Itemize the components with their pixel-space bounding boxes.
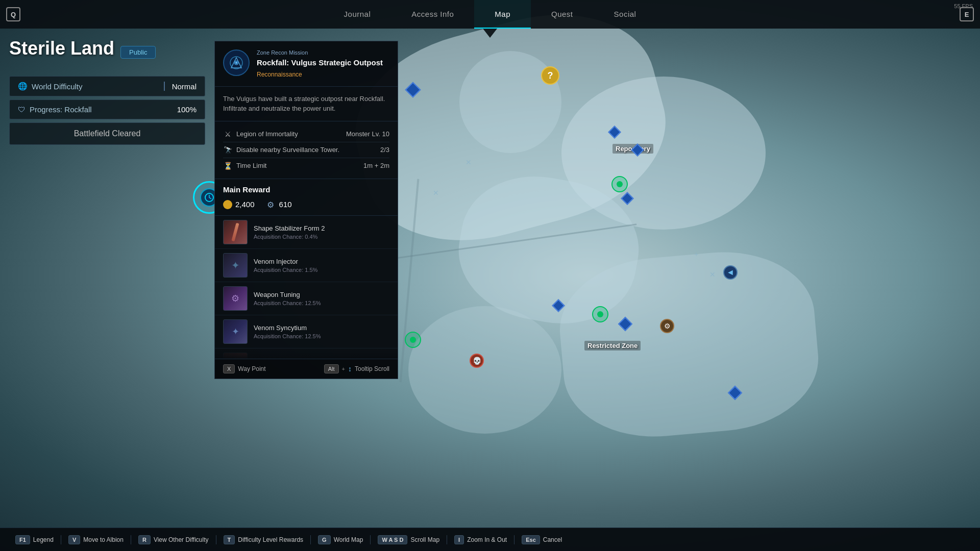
map-marker-diamond-1[interactable] [407,84,419,95]
world-difficulty-label: 🌐 World Difficulty [18,82,82,91]
albion-key[interactable]: V [68,535,80,544]
progress-icon: 🛡 [18,105,26,114]
objective-row: 🔭 Disable nearby Surveillance Tower. 2/3 [223,142,389,158]
public-badge: Public [120,46,156,59]
bottom-action-worldmap: G World Map [311,535,371,544]
scroll-map-key[interactable]: W A S D [378,535,407,544]
timer-icon: ⏳ [223,161,232,170]
map-marker-diamond-7[interactable] [730,388,740,398]
mission-icon [223,49,250,76]
mission-header: Zone Recon Mission Rockfall: Vulgus Stra… [215,41,398,87]
time-limit-label: ⏳ Time Limit [223,161,266,170]
mission-panel: Zone Recon Mission Rockfall: Vulgus Stra… [214,41,398,379]
time-limit-value: 1m + 2m [363,162,389,169]
nav-item-social[interactable]: Social [594,0,657,29]
bottom-action-cancel: Esc Cancel [514,535,569,544]
waypoint-action: X Way Point [223,364,266,373]
map-marker-gear[interactable]: ⚙ [660,319,674,333]
reward-item-1-thumb [223,220,248,244]
reward-item-5-thumb [223,353,248,359]
bottom-action-albion: V Move to Albion [61,535,131,544]
reward-item-2-chance: Acquisition Chance: 1.5% [254,267,389,273]
map-marker-green-2[interactable] [592,306,608,322]
reward-items-list: Shape Stabilizer Form 2 Acquisition Chan… [215,216,398,359]
world-icon: 🌐 [18,82,28,91]
zoom-key[interactable]: I [454,535,464,544]
svg-point-4 [235,62,237,64]
reward-item-3-name: Weapon Tuning [254,291,389,298]
objective-label: 🔭 Disable nearby Surveillance Tower. [223,145,339,155]
cleared-row: Battlefield Cleared [9,122,205,145]
gear-icon: ⚙ [267,200,276,209]
objective-icon: 🔭 [223,145,232,155]
nav-item-map[interactable]: Map [474,0,531,29]
map-marker-question[interactable]: ? [541,66,559,85]
reward-item-1-name: Shape Stabilizer Form 2 [254,224,389,232]
map-marker-edge[interactable]: ◄ [723,265,738,280]
bottom-action-difficulty: R View Other Difficulty [131,535,216,544]
difficulty-key[interactable]: R [138,535,151,544]
map-marker-enemy[interactable]: 💀 [470,354,484,368]
mission-name: Rockfall: Vulgus Strategic Outpost [257,58,389,68]
map-cross-4: + [694,250,698,258]
reward-item-3-thumb: ⚙ [223,286,248,311]
left-sidebar: Sterile Land Public 🌐 World Difficulty N… [0,29,214,154]
gear-reward: ⚙ 610 [267,200,292,209]
nav-item-access-info[interactable]: Access Info [391,0,474,29]
scroll-key[interactable]: Alt [324,364,339,373]
reward-item-3-info: Weapon Tuning Acquisition Chance: 12.5% [254,291,389,306]
bottom-bar: F1 Legend V Move to Albion R View Other … [0,528,980,551]
nav-key-e[interactable]: E [960,7,974,21]
reward-item-2-info: Venom Injector Acquisition Chance: 1.5% [254,258,389,273]
reward-item-2-name: Venom Injector [254,258,389,265]
reward-item-4-chance: Acquisition Chance: 12.5% [254,333,389,339]
nav-key-q[interactable]: Q [6,7,20,21]
world-difficulty-row[interactable]: 🌐 World Difficulty Normal [9,76,205,96]
reward-currency: 2,400 ⚙ 610 [215,197,398,216]
reward-item-3-chance: Acquisition Chance: 12.5% [254,300,389,306]
map-marker-diamond-3[interactable] [633,145,642,155]
map-marker-diamond-5[interactable] [554,301,563,310]
reward-item-2-thumb: ✦ [223,253,248,278]
legend-key[interactable]: F1 [15,535,30,544]
reward-item-1-chance: Acquisition Chance: 0.4% [254,234,389,240]
nav-item-journal[interactable]: Journal [324,0,391,29]
reward-item-4-thumb: ✦ [223,319,248,344]
map-marker-diamond-6[interactable] [620,319,630,329]
nav-active-arrow [483,29,497,38]
fps-display: 55 FPS [954,3,973,9]
mission-tag: Reconnaissance [257,71,389,78]
faction-icon: ⚔ [223,130,232,139]
scroll-icon: ↕ [348,365,352,373]
map-cross-2: ✕ [465,158,472,166]
mission-footer: X Way Point Alt + ↕ Tooltip Scroll [215,359,398,379]
gold-icon [223,200,232,209]
nav-item-quest[interactable]: Quest [531,0,594,29]
mission-description: The Vulgus have built a strategic outpos… [215,87,398,121]
map-marker-diamond-4[interactable] [623,194,632,203]
world-difficulty-value: Normal [160,82,197,91]
difficulty-divider [164,82,165,91]
cancel-key[interactable]: Esc [522,535,540,544]
worldmap-key[interactable]: G [318,535,331,544]
reward-item-4-name: Venom Syncytium [254,324,389,332]
map-cross-1: ✕ [433,189,439,197]
mission-stats: ⚔ Legion of Immortality Monster Lv. 10 🔭… [215,121,398,179]
faction-label: ⚔ Legion of Immortality [223,130,298,139]
waypoint-key[interactable]: X [223,364,235,373]
top-navigation: Q Journal Access Info Map Quest Social E… [0,0,980,29]
bottom-action-legend: F1 Legend [8,535,61,544]
scroll-action: Alt + ↕ Tooltip Scroll [324,364,389,373]
map-marker-diamond-2[interactable] [610,128,619,137]
progress-label: 🛡 Progress: Rockfall [18,105,92,114]
progress-value: 100% [177,105,197,114]
reward-item-1-info: Shape Stabilizer Form 2 Acquisition Chan… [254,224,389,240]
rewards-key[interactable]: T [224,535,235,544]
time-limit-row: ⏳ Time Limit 1m + 2m [223,158,389,173]
reward-item-5-partial: ... [215,348,398,359]
map-marker-green-3[interactable] [405,332,421,348]
progress-row: 🛡 Progress: Rockfall 100% [9,99,205,119]
bottom-action-rewards: T Difficulty Level Rewards [216,535,311,544]
rewards-header: Main Reward [215,179,398,197]
map-marker-green-1[interactable] [611,176,628,192]
